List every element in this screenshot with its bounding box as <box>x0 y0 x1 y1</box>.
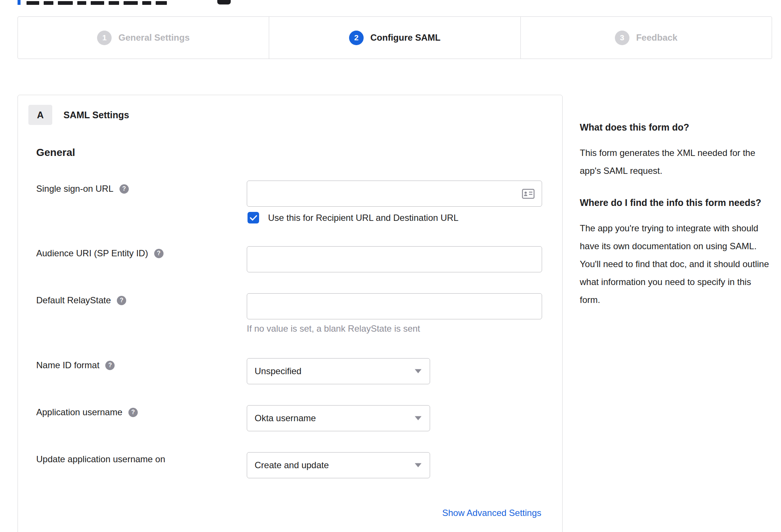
audience-uri-label-row: Audience URI (SP Entity ID) ? <box>36 248 164 259</box>
audience-uri-help-icon[interactable]: ? <box>154 249 164 258</box>
clipped-title-icon <box>217 0 231 4</box>
general-section-title: General <box>36 147 75 159</box>
update-username-label-row: Update application username on <box>36 454 165 465</box>
sso-url-label: Single sign-on URL <box>36 184 113 194</box>
relay-state-help-icon[interactable]: ? <box>117 296 126 305</box>
section-a-badge: A <box>28 105 52 125</box>
step-2-circle: 2 <box>349 31 364 45</box>
clipped-title-accent <box>18 0 21 5</box>
sso-url-label-row: Single sign-on URL ? <box>36 183 129 194</box>
relay-state-label-row: Default RelayState ? <box>36 295 126 306</box>
chevron-down-icon <box>415 416 421 420</box>
wizard-stepper: 1 General Settings 2 Configure SAML 3 Fe… <box>18 16 772 59</box>
help-heading-2: Where do I find the info this form needs… <box>580 195 771 210</box>
checkmark-icon <box>250 215 257 221</box>
relay-state-label: Default RelayState <box>36 295 111 306</box>
help-body-2: The app you're trying to integrate with … <box>580 219 771 309</box>
clipped-page-title <box>18 0 249 5</box>
update-username-select[interactable]: Create and update <box>247 452 430 478</box>
name-id-format-label-row: Name ID format ? <box>36 360 115 371</box>
name-id-format-value: Unspecified <box>255 366 301 376</box>
relay-state-hint: If no value is set, a blank RelayState i… <box>247 323 420 334</box>
audience-uri-label: Audience URI (SP Entity ID) <box>36 248 148 259</box>
audience-uri-input[interactable] <box>247 246 542 272</box>
step-3-label: Feedback <box>636 32 678 43</box>
sso-url-help-icon[interactable]: ? <box>119 184 129 194</box>
help-body-1: This form generates the XML needed for t… <box>580 144 771 180</box>
step-general-settings[interactable]: 1 General Settings <box>18 17 269 59</box>
step-configure-saml[interactable]: 2 Configure SAML <box>269 17 520 59</box>
step-1-label: General Settings <box>118 32 190 43</box>
relay-state-input[interactable] <box>247 293 542 319</box>
app-username-select[interactable]: Okta username <box>247 405 430 431</box>
update-username-label: Update application username on <box>36 454 165 464</box>
app-username-help-icon[interactable]: ? <box>128 408 138 417</box>
step-feedback[interactable]: 3 Feedback <box>520 17 772 59</box>
show-advanced-settings-link[interactable]: Show Advanced Settings <box>442 508 541 518</box>
saml-settings-panel: A SAML Settings General Single sign-on U… <box>18 95 563 532</box>
step-2-label: Configure SAML <box>370 32 441 43</box>
name-id-format-label: Name ID format <box>36 360 99 370</box>
app-username-label: Application username <box>36 407 122 417</box>
panel-title: SAML Settings <box>63 105 129 125</box>
chevron-down-icon <box>415 369 421 373</box>
name-id-format-select[interactable]: Unspecified <box>247 358 430 384</box>
name-id-format-help-icon[interactable]: ? <box>105 361 115 370</box>
recipient-url-checkbox-label[interactable]: Use this for Recipient URL and Destinati… <box>268 212 458 223</box>
help-sidebar: What does this form do? This form genera… <box>580 120 771 325</box>
app-username-value: Okta username <box>255 413 316 423</box>
step-1-circle: 1 <box>97 31 112 45</box>
sso-url-input[interactable] <box>247 181 542 207</box>
address-card-icon <box>522 189 535 200</box>
app-username-label-row: Application username ? <box>36 407 138 418</box>
step-3-circle: 3 <box>615 31 629 45</box>
chevron-down-icon <box>415 463 421 467</box>
help-heading-1: What does this form do? <box>580 120 771 134</box>
recipient-url-checkbox[interactable] <box>248 212 259 223</box>
update-username-value: Create and update <box>255 460 329 470</box>
